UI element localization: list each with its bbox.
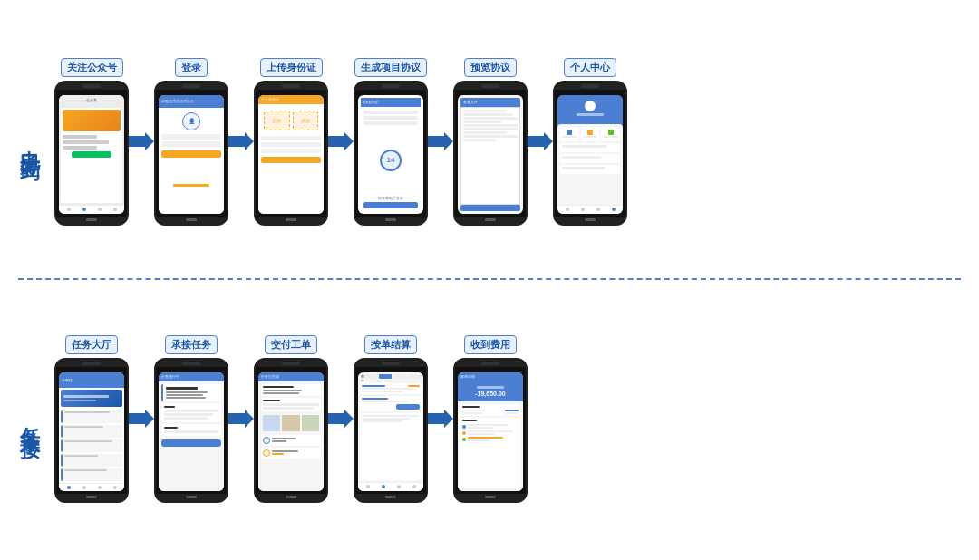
task-title-5 — [64, 469, 107, 471]
task-nav-1 — [67, 486, 71, 489]
id-back[interactable]: 反面 — [293, 111, 319, 130]
s-title-1 — [362, 385, 385, 387]
submit-id-button[interactable] — [261, 157, 321, 163]
req-title — [164, 406, 175, 408]
sign-button[interactable] — [363, 202, 418, 208]
task-nav-3 — [98, 486, 102, 489]
provider-avatar — [263, 437, 270, 444]
dashed-line — [18, 278, 961, 280]
arrow-b2 — [228, 410, 254, 428]
accept-task-header: 任务进行中 — [159, 372, 224, 381]
hint-bar — [173, 184, 209, 187]
doc-line-8 — [463, 135, 518, 138]
req-content-3 — [164, 417, 208, 420]
personal-header — [557, 95, 623, 122]
step-label-personal: 个人中心 — [564, 58, 616, 77]
svg-marker-1 — [228, 132, 254, 150]
task-hall-bottom-nav — [59, 483, 124, 491]
section-label-task: 任务承接 — [9, 411, 50, 426]
nav-dot-1 — [67, 208, 71, 211]
phone-settlement: 小帮任 — [354, 358, 428, 503]
wechat-header: 公众号 — [59, 95, 124, 106]
step-settlement: 按单结算 小帮任 — [354, 335, 428, 503]
task-nav-2 — [82, 486, 86, 489]
task-item-5[interactable] — [61, 468, 122, 481]
login-button[interactable] — [161, 150, 221, 158]
task-list — [59, 409, 124, 483]
tab-1 — [364, 374, 377, 379]
personal-nav-4 — [612, 208, 616, 211]
fee-label — [477, 386, 504, 389]
fee-amount: -19,650.00 — [460, 391, 520, 397]
step-gen-agreement: 生成项目协议 协议内容 14 距签署电子签名 — [354, 58, 428, 226]
main-container: 电子签约 关注公众号 公众号 — [0, 0, 979, 560]
personal-name — [577, 113, 604, 116]
grid-item-1[interactable] — [560, 127, 579, 141]
s-nav-1 — [366, 485, 370, 488]
timeline-event-3 — [468, 437, 503, 439]
personal-menu-1[interactable] — [560, 143, 620, 152]
step-task-hall: 任务大厅 小帮任 — [54, 335, 129, 503]
personal-avatar — [585, 101, 596, 111]
fee-row-label-2 — [462, 412, 482, 414]
preview-doc — [460, 107, 520, 205]
agreement-header: 协议内容 — [361, 98, 421, 107]
deliver-date-2 — [263, 392, 299, 394]
doc-line-6 — [463, 128, 518, 130]
task-desc — [166, 397, 206, 399]
grid-icon-2 — [587, 130, 593, 135]
extra-content — [164, 430, 218, 433]
phone-upload-id: 个人身份证 正面 反面 — [254, 81, 328, 226]
personal-bottom-nav — [557, 205, 623, 214]
top-section: 电子签约 关注公众号 公众号 — [0, 0, 979, 278]
screen-gen-agreement: 协议内容 14 距签署电子签名 — [358, 95, 423, 214]
s-detail-3 — [362, 401, 408, 402]
result-text-1 — [263, 403, 319, 406]
phone-accept-task: 任务进行中 — [154, 358, 228, 503]
arrow-b4 — [428, 410, 453, 428]
timeline-time-2 — [468, 433, 496, 435]
personal-menu-2[interactable] — [560, 154, 620, 163]
tab-4 — [408, 374, 421, 379]
screen-deliver: 任务已完成 — [258, 372, 324, 491]
top-section-content: 关注公众号 公众号 — [54, 58, 970, 226]
task-date-2 — [166, 394, 203, 396]
task-item-2[interactable] — [61, 425, 122, 438]
result-title — [263, 400, 280, 401]
id-front[interactable]: 正面 — [264, 111, 290, 130]
nav-dot-4 — [113, 208, 117, 211]
timeline-dot-1 — [462, 425, 466, 429]
task-item-4[interactable] — [61, 454, 122, 467]
grid-item-2[interactable] — [581, 127, 600, 141]
timeline-time-1 — [468, 427, 493, 429]
extra-title — [164, 427, 178, 429]
bottom-nav-follow — [59, 205, 124, 214]
provider-amount-2 — [272, 453, 284, 455]
follow-button[interactable] — [72, 151, 111, 158]
settlement-button[interactable] — [396, 404, 420, 410]
task-item-3[interactable] — [61, 439, 122, 452]
phone-receive-fee: 账单详情 -19,650.00 — [453, 358, 528, 503]
grid-label-1 — [562, 136, 577, 138]
id-field-3 — [261, 149, 321, 153]
task-item-1[interactable] — [61, 410, 122, 423]
bar3 — [63, 146, 97, 150]
doc-line-9 — [463, 139, 496, 141]
step-follow: 关注公众号 公众号 — [54, 58, 129, 226]
timeline-time-3 — [468, 439, 490, 441]
accept-button[interactable] — [161, 439, 221, 447]
arrow-3 — [328, 132, 354, 150]
confirm-button[interactable] — [460, 205, 520, 211]
step-label-follow: 关注公众号 — [61, 58, 123, 77]
id-cards-row: 正面 反面 — [261, 107, 321, 134]
fee-row-value-2 — [505, 412, 519, 414]
svg-marker-0 — [129, 132, 154, 150]
step-accept-task: 承接任务 任务进行中 — [154, 335, 228, 503]
personal-body — [557, 124, 623, 205]
settlement-header: 小帮任 — [358, 372, 423, 381]
personal-menu-3[interactable] — [560, 165, 620, 174]
grid-item-3[interactable] — [601, 127, 620, 141]
phone-task-hall: 小帮任 — [54, 358, 129, 503]
doc-line-2 — [463, 113, 512, 116]
screen-preview: 签署文件 — [458, 95, 523, 214]
